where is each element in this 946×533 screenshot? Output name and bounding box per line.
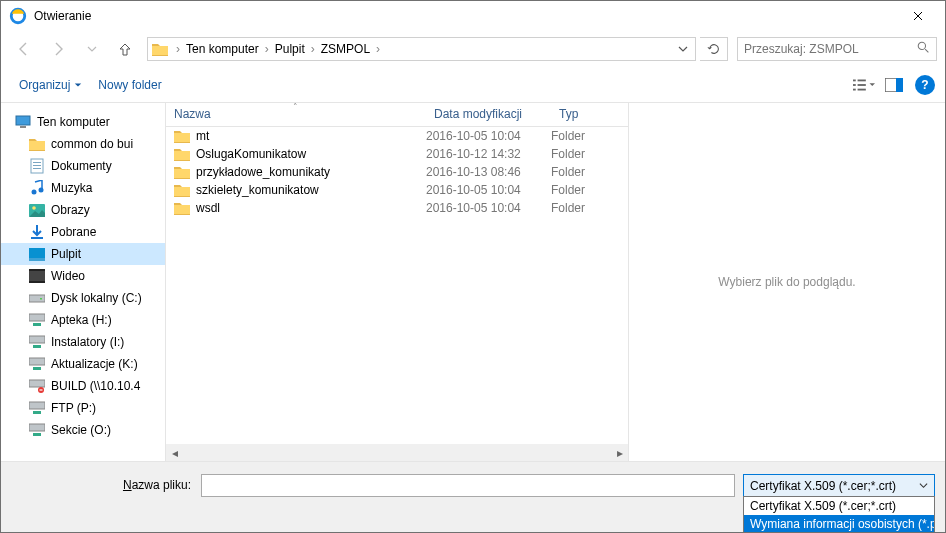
- organize-button[interactable]: Organizuj: [11, 73, 90, 97]
- recent-dropdown[interactable]: [77, 34, 107, 64]
- scroll-right[interactable]: ▸: [611, 444, 628, 461]
- breadcrumb-sep[interactable]: ›: [307, 42, 319, 56]
- tree-item[interactable]: Aktualizacje (K:): [1, 353, 165, 375]
- sort-asc-icon: ˄: [293, 102, 298, 112]
- svg-rect-25: [29, 281, 45, 283]
- netdrive-err-icon: [29, 378, 45, 394]
- row-type: Folder: [551, 147, 611, 161]
- tree-item[interactable]: Dokumenty: [1, 155, 165, 177]
- tree-item-label: Dysk lokalny (C:): [51, 291, 142, 305]
- svg-rect-7: [858, 88, 866, 90]
- row-type: Folder: [551, 201, 611, 215]
- tree-item[interactable]: Sekcie (O:): [1, 419, 165, 441]
- row-date: 2016-10-05 10:04: [426, 201, 551, 215]
- ie-icon: [9, 7, 27, 25]
- address-dropdown[interactable]: [671, 37, 695, 61]
- svg-rect-37: [33, 411, 41, 414]
- filetype-selected: Certyfikat X.509 (*.cer;*.crt): [750, 479, 896, 493]
- folder-icon: [174, 147, 190, 161]
- scroll-track[interactable]: [183, 444, 611, 461]
- breadcrumb-sep[interactable]: ›: [261, 42, 273, 56]
- desktop-icon: [29, 246, 45, 262]
- forward-button[interactable]: [43, 34, 73, 64]
- close-button[interactable]: [895, 2, 940, 30]
- back-button[interactable]: [9, 34, 39, 64]
- refresh-button[interactable]: [700, 37, 728, 61]
- filename-input[interactable]: [201, 474, 735, 497]
- breadcrumb-sep[interactable]: ›: [172, 42, 184, 56]
- svg-rect-14: [33, 165, 41, 166]
- tree-item-label: Apteka (H:): [51, 313, 112, 327]
- chevron-down-icon: [919, 481, 928, 490]
- list-row[interactable]: wsdl2016-10-05 10:04Folder: [166, 199, 628, 217]
- view-options-button[interactable]: [849, 72, 879, 98]
- tree-item[interactable]: Obrazy: [1, 199, 165, 221]
- list-body[interactable]: mt2016-10-05 10:04FolderOslugaKomunikato…: [166, 127, 628, 444]
- tree-item[interactable]: Pulpit: [1, 243, 165, 265]
- scroll-left[interactable]: ◂: [166, 444, 183, 461]
- tree-item[interactable]: Wideo: [1, 265, 165, 287]
- breadcrumb-p2[interactable]: ZSMPOL: [319, 42, 372, 56]
- svg-rect-2: [853, 79, 856, 81]
- up-button[interactable]: [111, 35, 139, 63]
- folder-icon: [148, 37, 172, 61]
- bottom-bar: Nazwa pliku: Certyfikat X.509 (*.cer;*.c…: [1, 461, 945, 533]
- svg-rect-20: [31, 237, 43, 239]
- svg-rect-10: [16, 116, 30, 125]
- svg-rect-38: [29, 424, 45, 431]
- tree-pane[interactable]: Ten komputer common do buiDokumentyMuzyk…: [1, 103, 166, 461]
- tree-root[interactable]: Ten komputer: [1, 111, 165, 133]
- tree-item[interactable]: Apteka (H:): [1, 309, 165, 331]
- list-row[interactable]: szkielety_komunikatow2016-10-05 10:04Fol…: [166, 181, 628, 199]
- netdrive-icon: [29, 356, 45, 372]
- tree-item-label: Pulpit: [51, 247, 81, 261]
- tree-item[interactable]: Muzyka: [1, 177, 165, 199]
- filetype-filter[interactable]: Certyfikat X.509 (*.cer;*.crt): [743, 474, 935, 497]
- tree-item[interactable]: Pobrane: [1, 221, 165, 243]
- tree-item[interactable]: FTP (P:): [1, 397, 165, 419]
- svg-rect-39: [33, 433, 41, 436]
- filetype-option[interactable]: Certyfikat X.509 (*.cer;*.crt): [744, 497, 934, 515]
- search-box[interactable]: [737, 37, 937, 61]
- list-row[interactable]: mt2016-10-05 10:04Folder: [166, 127, 628, 145]
- breadcrumb-p1[interactable]: Pulpit: [273, 42, 307, 56]
- column-name[interactable]: ˄Nazwa: [166, 103, 426, 126]
- svg-point-16: [32, 190, 37, 195]
- svg-rect-23: [29, 271, 45, 281]
- filetype-dropdown[interactable]: Certyfikat X.509 (*.cer;*.crt)Wymiana in…: [743, 496, 935, 533]
- tree-item[interactable]: Dysk lokalny (C:): [1, 287, 165, 309]
- tree-item-label: Dokumenty: [51, 159, 112, 173]
- search-input[interactable]: [744, 42, 917, 56]
- breadcrumb-sep[interactable]: ›: [372, 42, 384, 56]
- svg-rect-4: [853, 88, 856, 90]
- svg-rect-26: [29, 295, 45, 302]
- help-button[interactable]: ?: [915, 75, 935, 95]
- horizontal-scrollbar[interactable]: ◂ ▸: [166, 444, 628, 461]
- filetype-option[interactable]: Wymiana informacji osobistych (*.pfx;: [744, 515, 934, 533]
- title-bar: Otwieranie: [1, 1, 945, 31]
- tree-item-label: Obrazy: [51, 203, 90, 217]
- column-type[interactable]: Typ: [551, 103, 611, 126]
- address-bar[interactable]: › Ten komputer › Pulpit › ZSMPOL ›: [147, 37, 696, 61]
- downloads-icon: [29, 224, 45, 240]
- window-title: Otwieranie: [34, 9, 895, 23]
- preview-pane: Wybierz plik do podglądu.: [628, 103, 945, 461]
- list-row[interactable]: przykładowe_komunikaty2016-10-13 08:46Fo…: [166, 163, 628, 181]
- tree-item-label: common do bui: [51, 137, 133, 151]
- svg-rect-15: [33, 168, 41, 169]
- preview-pane-button[interactable]: [879, 72, 909, 98]
- svg-rect-36: [29, 402, 45, 409]
- row-date: 2016-10-05 10:04: [426, 129, 551, 143]
- tree-item[interactable]: BUILD (\\10.10.4: [1, 375, 165, 397]
- new-folder-button[interactable]: Nowy folder: [90, 73, 169, 97]
- tree-item[interactable]: Instalatory (I:): [1, 331, 165, 353]
- computer-icon: [15, 114, 31, 130]
- list-row[interactable]: OslugaKomunikatow2016-10-12 14:32Folder: [166, 145, 628, 163]
- tree-item-label: Pobrane: [51, 225, 96, 239]
- folder-icon: [29, 136, 45, 152]
- tree-item[interactable]: common do bui: [1, 133, 165, 155]
- svg-rect-34: [29, 380, 45, 387]
- svg-rect-24: [29, 269, 45, 271]
- breadcrumb-root[interactable]: Ten komputer: [184, 42, 261, 56]
- column-date[interactable]: Data modyfikacji: [426, 103, 551, 126]
